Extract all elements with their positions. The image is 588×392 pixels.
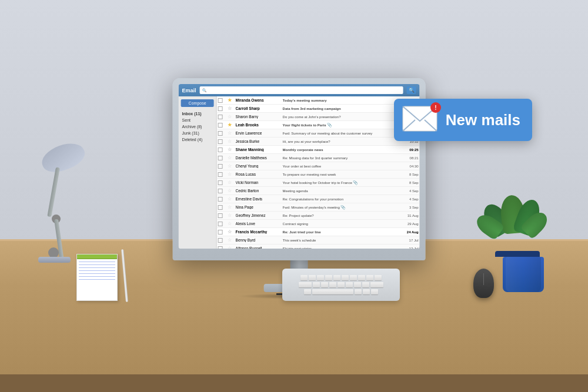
email-row[interactable]: ☆ Geoffrey Jimenez Re: Project update? 3…: [217, 212, 420, 220]
star-icon[interactable]: ☆: [228, 180, 236, 185]
key: [333, 275, 340, 280]
compose-button[interactable]: Compose: [181, 99, 214, 107]
email-row[interactable]: ☆ Shane Manning Monthly corporate news 0…: [217, 146, 420, 154]
email-time: 24 Aug: [395, 230, 419, 234]
star-icon[interactable]: ☆: [228, 147, 236, 152]
email-subject: Ski trip next winter: [283, 247, 395, 249]
star-icon[interactable]: ☆: [228, 155, 236, 160]
star-icon[interactable]: ☆: [228, 196, 236, 202]
email-checkbox[interactable]: [218, 213, 223, 218]
email-checkbox[interactable]: [218, 156, 223, 160]
email-row[interactable]: ☆ Alexis Love Contract signing 29 Aug: [217, 220, 420, 228]
email-checkbox[interactable]: [218, 123, 223, 128]
notification-popup: ! New mails: [394, 99, 532, 141]
email-body: Compose Inbox (11) Sent Archive (8) Junk…: [179, 96, 420, 249]
star-icon[interactable]: ☆: [228, 172, 236, 177]
notepad-lines: [77, 259, 117, 284]
email-from: Sharon Barry: [236, 115, 283, 119]
key: [355, 289, 362, 294]
monitor-screen: Email 🔍 🔍 Compose Inbox (11) Sent Archiv…: [179, 84, 420, 249]
star-icon[interactable]: ☆: [228, 139, 236, 144]
email-from: Nina Page: [236, 205, 283, 209]
email-subject: Your flight tickets to Paris 📎: [283, 123, 395, 128]
email-checkbox[interactable]: [218, 238, 223, 243]
notification-badge: !: [430, 102, 441, 113]
key: [299, 282, 312, 287]
email-row[interactable]: ☆ Benny Byrd This week's schedule 17 Jul: [217, 236, 420, 244]
email-list: ★ Miranda Owens Today's meeting summary …: [217, 96, 420, 249]
email-checkbox[interactable]: [218, 180, 223, 185]
email-row[interactable]: ☆ Rosa Lucas To prepare our meeting next…: [217, 170, 420, 179]
email-row[interactable]: ☆ Danielle Matthews Re: Missing data for…: [217, 154, 420, 162]
email-checkbox[interactable]: [218, 115, 223, 119]
email-row[interactable]: ☆ Carroll Sharp Data from 3rd marketing …: [217, 105, 420, 113]
email-row[interactable]: ★ Miranda Owens Today's meeting summary …: [217, 96, 420, 105]
star-icon[interactable]: ☆: [228, 188, 236, 193]
email-row[interactable]: ★ Leah Brooks Your flight tickets to Par…: [217, 121, 420, 129]
key: [370, 282, 383, 287]
sidebar-item-deleted[interactable]: Deleted (4): [181, 136, 214, 143]
email-checkbox[interactable]: [218, 222, 223, 226]
email-row[interactable]: ☆ Francis Mccarthy Re: Just tried your l…: [217, 228, 420, 236]
email-checkbox[interactable]: [218, 148, 223, 152]
email-row[interactable]: ☆ Vicki Norman Your hotel booking for Oc…: [217, 179, 420, 187]
key: [346, 282, 353, 287]
email-row[interactable]: ☆ Cedric Barton Meeting agenda 4 Sep: [217, 187, 420, 195]
email-from: Danielle Matthews: [236, 156, 283, 160]
email-sidebar: Compose Inbox (11) Sent Archive (8) Junk…: [179, 96, 217, 249]
email-time: 12 Jul: [395, 247, 419, 249]
notepad-line: [79, 267, 115, 268]
email-row[interactable]: ☆ Ervin Lawrence Fwd: Summary of our mee…: [217, 129, 420, 138]
search-placeholder: 🔍: [202, 88, 206, 92]
email-time: 31 Aug: [395, 214, 419, 217]
email-checkbox[interactable]: [218, 189, 223, 193]
email-row[interactable]: ☆ Jessica Burke Hi, are you at your work…: [217, 138, 420, 146]
email-row[interactable]: ☆ Ernestine Davis Re: Congratulations fo…: [217, 195, 420, 203]
mouse-button-divider: [483, 273, 484, 285]
email-from: Geoffrey Jimenez: [236, 213, 283, 217]
key: [350, 275, 357, 280]
email-checkbox[interactable]: [218, 246, 223, 249]
key: [358, 275, 365, 280]
search-bar[interactable]: 🔍: [200, 86, 403, 94]
sidebar-item-archive[interactable]: Archive (8): [181, 123, 214, 130]
star-icon[interactable]: ☆: [228, 221, 236, 226]
email-row[interactable]: ☆ Cheryl Young Your order at best coffee…: [217, 162, 420, 170]
star-icon[interactable]: ☆: [228, 163, 236, 169]
keyboard-row-3: [285, 289, 397, 294]
sidebar-item-inbox[interactable]: Inbox (11): [181, 110, 214, 117]
attachment-icon: 📎: [327, 123, 332, 127]
email-row[interactable]: ☆ Nina Page Fwd: Minutes of yesterday's …: [217, 203, 420, 212]
star-icon[interactable]: ☆: [228, 229, 236, 234]
notepad-line: [79, 279, 115, 280]
star-icon[interactable]: ☆: [228, 237, 236, 243]
sidebar-item-sent[interactable]: Sent: [181, 117, 214, 123]
sidebar-item-junk[interactable]: Junk (31): [181, 130, 214, 136]
star-icon[interactable]: ☆: [228, 246, 236, 249]
search-button[interactable]: 🔍: [407, 86, 416, 94]
email-checkbox[interactable]: [218, 131, 223, 136]
email-checkbox[interactable]: [218, 230, 223, 234]
star-icon[interactable]: ★: [228, 98, 236, 103]
key: [300, 275, 308, 280]
email-checkbox[interactable]: [218, 164, 223, 169]
star-icon[interactable]: ☆: [228, 205, 236, 210]
email-from: Ernestine Davis: [236, 197, 283, 201]
email-subject: Contract signing: [283, 222, 395, 226]
keyboard: [282, 269, 400, 301]
email-checkbox[interactable]: [218, 106, 223, 111]
star-icon[interactable]: ☆: [228, 114, 236, 119]
notepad-binding: [77, 254, 117, 259]
email-checkbox[interactable]: [218, 98, 223, 103]
star-icon[interactable]: ☆: [228, 106, 236, 111]
email-row[interactable]: ☆ Sharon Barry Do you come at John's pre…: [217, 113, 420, 121]
email-checkbox[interactable]: [218, 139, 223, 144]
email-checkbox[interactable]: [218, 172, 223, 177]
star-icon[interactable]: ★: [228, 122, 236, 128]
email-row[interactable]: ☆ Alfonso Russell Ski trip next winter 1…: [217, 244, 420, 249]
email-from: Carroll Sharp: [236, 106, 283, 110]
email-checkbox[interactable]: [218, 197, 223, 202]
star-icon[interactable]: ☆: [228, 130, 236, 136]
star-icon[interactable]: ☆: [228, 213, 236, 218]
email-checkbox[interactable]: [218, 205, 223, 210]
